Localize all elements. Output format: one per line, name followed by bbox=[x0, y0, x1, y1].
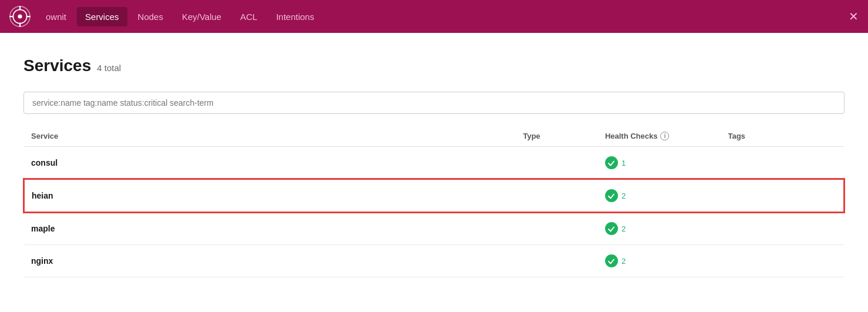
search-input[interactable] bbox=[23, 92, 845, 114]
th-health-label: Health Checks bbox=[605, 132, 658, 140]
page-title: Services bbox=[23, 56, 91, 75]
service-name-cell: nginx bbox=[24, 245, 516, 277]
main-content: Services 4 total Service Type Health Che… bbox=[0, 33, 868, 289]
service-name: heian bbox=[32, 191, 53, 200]
health-check-count: 2 bbox=[622, 224, 626, 233]
health-check-indicator: 2 bbox=[605, 254, 714, 267]
service-tags-cell bbox=[721, 245, 844, 277]
health-check-indicator: 1 bbox=[605, 156, 714, 169]
health-check-indicator: 2 bbox=[605, 189, 714, 202]
nav-item-ownit[interactable]: ownit bbox=[38, 7, 75, 26]
service-name-cell: maple bbox=[24, 212, 516, 245]
services-table: Service Type Health Checks i Tags consul… bbox=[23, 126, 845, 277]
svg-point-2 bbox=[18, 14, 22, 18]
health-check-icon bbox=[605, 254, 618, 267]
service-type-cell bbox=[516, 147, 598, 180]
th-tags: Tags bbox=[721, 126, 844, 147]
nav-items: ownit Services Nodes Key/Value ACL Inten… bbox=[38, 7, 322, 26]
table-row[interactable]: heian 2 bbox=[24, 179, 844, 212]
service-name: consul bbox=[31, 158, 58, 167]
services-tbody: consul 1heian 2maple 2nginx 2 bbox=[24, 147, 844, 277]
table-row[interactable]: consul 1 bbox=[24, 147, 844, 180]
service-type-cell bbox=[516, 212, 598, 245]
nav-item-keyvalue[interactable]: Key/Value bbox=[174, 7, 229, 26]
table-row[interactable]: nginx 2 bbox=[24, 245, 844, 277]
nav-item-nodes[interactable]: Nodes bbox=[130, 7, 171, 26]
service-tags-cell bbox=[721, 147, 844, 180]
health-check-indicator: 2 bbox=[605, 222, 714, 235]
service-health-cell: 2 bbox=[598, 179, 721, 212]
service-health-cell: 2 bbox=[598, 245, 721, 277]
service-name-cell: consul bbox=[24, 147, 516, 180]
service-type-cell bbox=[516, 179, 598, 212]
health-check-icon bbox=[605, 189, 618, 202]
service-tags-cell bbox=[721, 212, 844, 245]
service-name: nginx bbox=[31, 256, 53, 266]
th-health-checks: Health Checks i bbox=[598, 126, 721, 147]
total-count: 4 total bbox=[97, 63, 121, 73]
close-icon[interactable]: ✕ bbox=[849, 9, 859, 24]
service-name-cell: heian bbox=[24, 179, 516, 212]
health-check-count: 2 bbox=[622, 192, 626, 200]
page-title-row: Services 4 total bbox=[23, 56, 845, 75]
health-check-count: 1 bbox=[622, 159, 626, 167]
consul-logo bbox=[9, 6, 31, 27]
service-health-cell: 2 bbox=[598, 212, 721, 245]
health-check-icon bbox=[605, 156, 618, 169]
health-checks-info-icon[interactable]: i bbox=[660, 132, 669, 140]
nav-item-acl[interactable]: ACL bbox=[232, 7, 265, 26]
service-type-cell bbox=[516, 245, 598, 277]
nav-item-intentions[interactable]: Intentions bbox=[268, 7, 322, 26]
th-service: Service bbox=[24, 126, 516, 147]
nav-item-services[interactable]: Services bbox=[77, 7, 127, 26]
table-header-row: Service Type Health Checks i Tags bbox=[24, 126, 844, 147]
health-check-icon bbox=[605, 222, 618, 235]
service-health-cell: 1 bbox=[598, 147, 721, 180]
service-name: maple bbox=[31, 224, 55, 233]
th-type: Type bbox=[516, 126, 598, 147]
navbar: ownit Services Nodes Key/Value ACL Inten… bbox=[0, 0, 868, 33]
service-tags-cell bbox=[721, 179, 844, 212]
table-row[interactable]: maple 2 bbox=[24, 212, 844, 245]
health-check-count: 2 bbox=[622, 257, 626, 266]
